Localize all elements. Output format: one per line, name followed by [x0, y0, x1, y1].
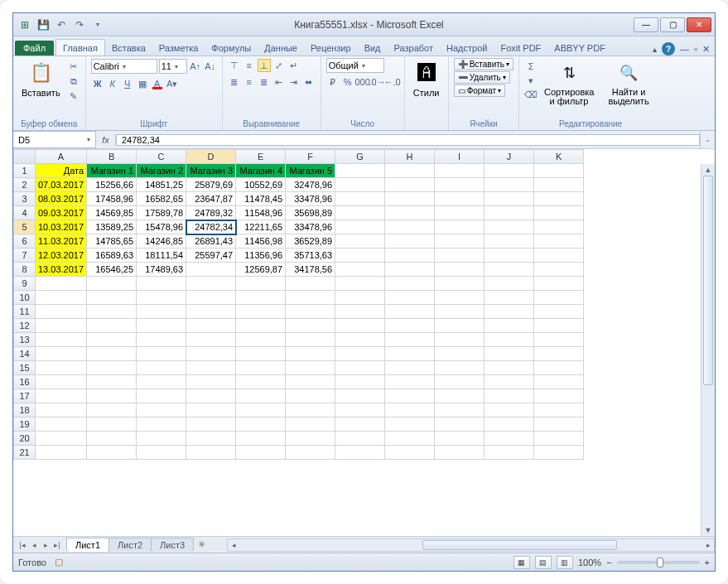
cell-H11[interactable]	[385, 305, 435, 319]
cell-B18[interactable]	[87, 403, 137, 417]
cell-E13[interactable]	[236, 333, 286, 347]
cell-C11[interactable]	[137, 305, 186, 319]
cell-A1[interactable]: Дата	[36, 164, 87, 178]
cell-K3[interactable]	[534, 192, 584, 206]
cell-J3[interactable]	[485, 192, 534, 206]
cell-G3[interactable]	[335, 192, 385, 206]
cell-E5[interactable]: 12211,65	[236, 220, 286, 234]
row-header-20[interactable]: 20	[14, 432, 36, 446]
cell-C9[interactable]	[137, 277, 186, 291]
cell-K14[interactable]	[534, 347, 584, 361]
row-header-19[interactable]: 19	[14, 417, 36, 432]
cell-A3[interactable]: 08.03.2017	[36, 192, 87, 206]
paste-button[interactable]: 📋 Вставить	[18, 58, 64, 99]
tab-review[interactable]: Рецензир	[304, 40, 358, 56]
row-header-16[interactable]: 16	[14, 375, 36, 389]
row-header-2[interactable]: 2	[14, 178, 36, 192]
cell-B8[interactable]: 16546,25	[87, 263, 137, 277]
cell-E20[interactable]	[236, 432, 286, 446]
cell-I16[interactable]	[435, 375, 485, 389]
cell-H14[interactable]	[385, 347, 435, 361]
border-button[interactable]: ▦	[136, 77, 149, 90]
formula-expand-icon[interactable]: ⌄	[700, 131, 715, 148]
cell-A13[interactable]	[36, 333, 87, 347]
number-format-combo[interactable]: Общий▾	[326, 58, 384, 73]
cell-G15[interactable]	[335, 361, 385, 375]
cell-F4[interactable]: 35698,89	[286, 206, 335, 220]
view-pagebreak-button[interactable]: ▥	[557, 556, 573, 569]
cell-J2[interactable]	[485, 178, 534, 192]
row-header-9[interactable]: 9	[14, 277, 36, 291]
cell-H6[interactable]	[385, 234, 435, 249]
cell-F14[interactable]	[286, 347, 335, 361]
cell-B19[interactable]	[87, 417, 137, 432]
copy-icon[interactable]: ⧉	[67, 75, 80, 88]
cell-G17[interactable]	[335, 389, 385, 403]
cell-K7[interactable]	[534, 249, 584, 263]
cell-A16[interactable]	[36, 375, 87, 389]
cell-G9[interactable]	[335, 277, 385, 291]
doc-restore-icon[interactable]: ▫	[694, 44, 697, 54]
cell-H19[interactable]	[385, 417, 435, 432]
cell-F2[interactable]: 32478,96	[286, 178, 335, 192]
cell-J19[interactable]	[485, 417, 534, 432]
format-painter-icon[interactable]: ✎	[67, 89, 80, 103]
underline-button[interactable]: Ч	[121, 77, 134, 90]
cell-H18[interactable]	[385, 403, 435, 417]
cell-H15[interactable]	[385, 361, 435, 375]
tab-insert[interactable]: Вставка	[105, 40, 152, 56]
cell-G13[interactable]	[335, 333, 385, 347]
cell-I4[interactable]	[435, 206, 485, 220]
cell-F18[interactable]	[286, 403, 335, 417]
cell-D6[interactable]: 26891,43	[186, 234, 236, 249]
cell-F8[interactable]: 34178,56	[286, 263, 335, 277]
cell-A21[interactable]	[36, 446, 87, 460]
fx-button[interactable]: fx	[96, 135, 116, 145]
cell-B20[interactable]	[87, 432, 137, 446]
cell-J18[interactable]	[485, 403, 534, 417]
cell-B1[interactable]: Магазин 1	[87, 164, 137, 178]
grow-font-icon[interactable]: A↑	[189, 60, 202, 73]
help-icon[interactable]: ?	[662, 42, 675, 56]
cell-J13[interactable]	[485, 333, 534, 347]
cell-K8[interactable]	[534, 263, 584, 277]
cell-H7[interactable]	[385, 249, 435, 263]
cell-K21[interactable]	[534, 446, 584, 460]
cell-D15[interactable]	[186, 361, 236, 375]
cell-C3[interactable]: 16582,65	[137, 192, 186, 206]
cell-G1[interactable]	[335, 164, 385, 178]
styles-button[interactable]: 🅰 Стили	[410, 58, 443, 99]
cell-C17[interactable]	[137, 389, 186, 403]
row-header-15[interactable]: 15	[14, 361, 36, 375]
cell-B6[interactable]: 14785,65	[87, 234, 137, 249]
doc-close-icon[interactable]: ✕	[702, 44, 710, 55]
tab-developer[interactable]: Разработ	[388, 40, 440, 56]
cell-I8[interactable]	[435, 263, 485, 277]
cell-E12[interactable]	[236, 319, 286, 333]
cell-G5[interactable]	[335, 220, 385, 234]
cell-C15[interactable]	[137, 361, 186, 375]
row-header-8[interactable]: 8	[14, 263, 36, 277]
cell-J16[interactable]	[485, 375, 534, 389]
cell-E11[interactable]	[236, 305, 286, 319]
cell-J4[interactable]	[485, 206, 534, 220]
horizontal-scrollbar[interactable]: ◂ ▸	[227, 538, 715, 552]
cell-K16[interactable]	[534, 375, 584, 389]
cell-H13[interactable]	[385, 333, 435, 347]
cell-H5[interactable]	[385, 220, 435, 234]
cell-B14[interactable]	[87, 347, 137, 361]
indent-inc-icon[interactable]: ⇥	[287, 75, 301, 89]
cell-D18[interactable]	[186, 403, 236, 417]
align-center-icon[interactable]: ≡	[243, 75, 256, 89]
cell-C8[interactable]: 17489,63	[137, 263, 186, 277]
cell-I13[interactable]	[435, 333, 485, 347]
cell-H21[interactable]	[385, 446, 435, 460]
select-all-corner[interactable]	[14, 150, 36, 164]
cell-F3[interactable]: 33478,96	[286, 192, 335, 206]
cell-F21[interactable]	[286, 446, 335, 460]
cell-J6[interactable]	[485, 234, 534, 249]
fill-color-button[interactable]: A	[151, 77, 164, 90]
cell-K2[interactable]	[534, 178, 584, 192]
cell-K20[interactable]	[534, 432, 584, 446]
cell-A19[interactable]	[36, 417, 87, 432]
